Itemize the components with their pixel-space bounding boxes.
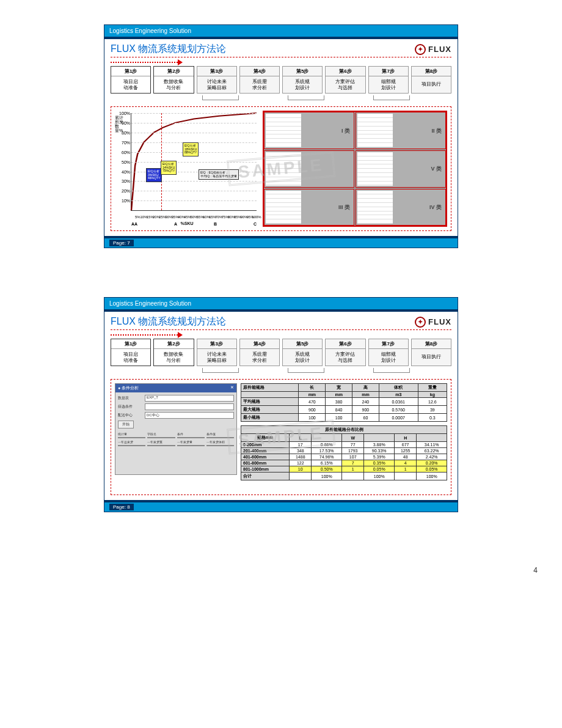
chart-annotation: EIQ分析 18%SKU 88%QTY: [183, 142, 199, 156]
step-4: 第4步系统需 求分析: [239, 339, 280, 366]
col-header: 重量: [418, 384, 447, 392]
dialog-grid-cell: 一年发货量: [177, 440, 205, 446]
unit-header: mm: [352, 392, 379, 398]
page-indicator: Page: 7: [109, 240, 134, 246]
progress-arrow: [111, 333, 451, 337]
slide-header: Logistics Engineering Solution: [104, 25, 458, 39]
step-8: 第8步项目执行: [411, 339, 451, 366]
slide-7: Logistics Engineering Solution FLUX 物流系统…: [104, 24, 458, 248]
text-input[interactable]: [147, 445, 175, 446]
pareto-chart: 累计所发数量% 10%20%30%40%50%60%70%80%90%100%5…: [115, 111, 259, 227]
text-input[interactable]: DC中心: [145, 412, 234, 419]
slide-footer: Page: 8: [104, 500, 458, 512]
dialog-grid-cell: 一年发货体积: [206, 440, 234, 446]
table-row: 最大规格9008409000.576039: [241, 406, 447, 414]
step-7: 第7步细部规 划设计: [368, 339, 409, 366]
logo-icon: ✦: [415, 44, 426, 55]
col-header: [364, 434, 395, 442]
close-icon[interactable]: ✕: [230, 385, 234, 391]
col-header: L: [290, 434, 312, 442]
start-button[interactable]: 开始: [118, 421, 134, 428]
col-header: 宽: [326, 384, 352, 392]
col-header: [417, 434, 447, 442]
step-4: 第4步系统需 求分析: [239, 66, 280, 94]
step-7: 第7步细部规 划设计: [368, 66, 409, 94]
unit-header: m3: [379, 392, 418, 398]
text-input[interactable]: [177, 445, 205, 446]
col-header: [312, 434, 342, 442]
step-5: 第5步系统规 划设计: [282, 339, 323, 366]
slide-title: FLUX 物流系统规划方法论: [111, 315, 226, 328]
step-flow: 第1步项目启 动准备第2步数据收集 与分析第3步讨论未来 策略目标第4步系统需 …: [111, 66, 451, 94]
step-2: 第2步数据收集 与分析: [153, 66, 194, 94]
text-input[interactable]: EXP_T: [145, 395, 234, 402]
content-area: 累计所发数量% 10%20%30%40%50%60%70%80%90%100%5…: [111, 106, 451, 231]
slide-header: Logistics Engineering Solution: [104, 298, 458, 312]
progress-arrow: [111, 60, 451, 65]
table-row: 201-400mm34817.53%179390.33%125563.22%: [241, 448, 447, 454]
unit-header: kg: [418, 392, 447, 398]
brand-logo: ✦ FLUX: [415, 44, 451, 55]
text-input[interactable]: [206, 437, 234, 438]
dialog-grid-cell: 一年发货重: [147, 440, 175, 446]
step-2: 第2步数据收集 与分析: [153, 339, 194, 366]
logo-icon: ✦: [415, 317, 426, 328]
dialog-title: ● 条件分析: [118, 385, 139, 391]
step-6: 第6步方案评估 与选择: [325, 66, 365, 94]
slide-8: Logistics Engineering Solution FLUX 物流系统…: [104, 297, 458, 512]
mosaic-cell: II 类: [356, 112, 446, 149]
text-input[interactable]: [145, 403, 234, 410]
table-row: 601-800mm1226.15%70.35%40.20%: [241, 460, 447, 466]
step-5: 第5步系统规 划设计: [282, 66, 323, 94]
mosaic-cell: III 类: [264, 189, 354, 226]
spec-distribution-table: 原件箱规格分布比例规格mmLWH0-200mm170.86%773.88%677…: [241, 425, 447, 480]
step-8: 第8步项目执行: [411, 66, 451, 94]
dialog-grid-cell: 条件值: [206, 432, 234, 438]
brand-logo: ✦ FLUX: [415, 317, 451, 328]
table-row: 平均规格4703802400.036112.6: [241, 398, 447, 406]
slide-title: FLUX 物流系统规划方法论: [111, 43, 226, 56]
slide-footer: Page: 7: [104, 236, 458, 248]
dialog-grid-cell: 一年总发货: [118, 440, 145, 446]
step-flow: 第1步项目启 动准备第2步数据收集 与分析第3步讨论未来 策略目标第4步系统需 …: [111, 339, 451, 366]
col-header: 体积: [379, 384, 418, 392]
table-row: 401-600mm148874.96%1075.39%482.42%: [241, 454, 447, 460]
text-input[interactable]: [118, 437, 145, 438]
col-header: 高: [352, 384, 379, 392]
title-underline: [111, 329, 451, 330]
dialog-field: 配送中心DC中心: [118, 412, 234, 419]
table-row: 合计100%100%100%: [241, 472, 447, 480]
text-input[interactable]: [177, 437, 205, 438]
chart-annotation: EIQ分析 3%SKU 46%QTY: [146, 168, 162, 182]
dialog-field: 筛选条件: [118, 403, 234, 410]
mosaic-cell: I 类: [264, 112, 354, 149]
dialog-grid-cell: 字段名: [147, 432, 175, 438]
dialog-grid-cell: 统计量: [118, 432, 145, 438]
text-input[interactable]: [206, 445, 234, 446]
logo-text: FLUX: [428, 45, 451, 54]
unit-header: mm: [299, 392, 326, 398]
x-axis-label: %SKU: [180, 221, 193, 226]
title-underline: [111, 57, 451, 57]
step-connectors: [111, 95, 451, 104]
table-row: 最小规格100100600.00070.3: [241, 414, 447, 422]
text-input[interactable]: [118, 445, 145, 446]
dialog-grid-cell: 条件: [177, 432, 205, 438]
logo-text: FLUX: [428, 317, 451, 326]
mosaic-cell: [264, 150, 354, 188]
step-1: 第1步项目启 动准备: [111, 66, 151, 94]
col-header: 长: [299, 384, 326, 392]
text-input[interactable]: [147, 437, 175, 438]
analysis-dialog: ● 条件分析 ✕ 数据表EXP_T筛选条件配送中心DC中心开始统计量字段名条件条…: [115, 383, 237, 475]
table-header: 原件箱规格: [241, 384, 299, 392]
step-3: 第3步讨论未来 策略目标: [197, 66, 237, 94]
dialog-field: 数据表EXP_T: [118, 395, 234, 402]
table-title: 原件箱规格分布比例: [241, 426, 447, 434]
unit-header: mm: [326, 392, 352, 398]
step-connectors: [111, 368, 451, 377]
col-header: 规格mm: [241, 434, 290, 442]
mosaic-cell: V 类: [356, 150, 446, 188]
chart-annotation: EIQ：EQ指标分析； 平均IQ：每品项平均出货量: [199, 169, 239, 180]
document-page-number: 4: [0, 561, 562, 587]
mosaic-cell: IV 类: [356, 189, 446, 226]
